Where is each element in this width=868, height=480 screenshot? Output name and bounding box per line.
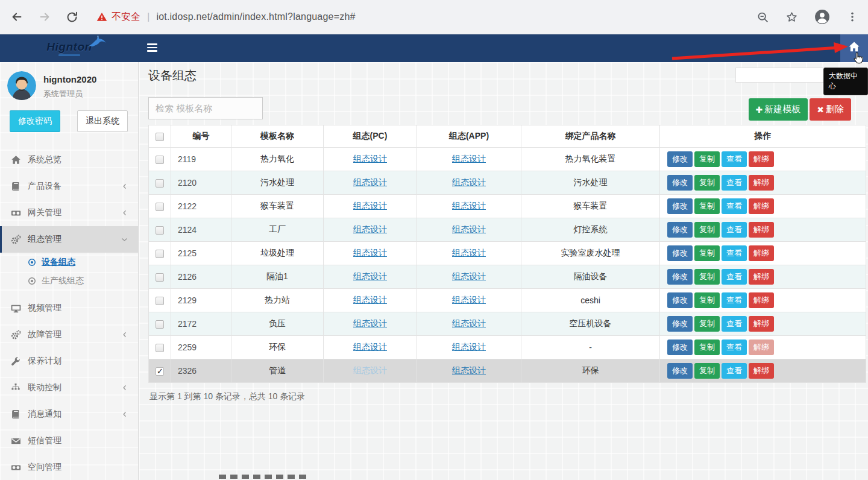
reload-icon[interactable]	[66, 11, 78, 24]
row-checkbox[interactable]	[156, 226, 164, 235]
row-action-1-button[interactable]: 复制	[694, 222, 720, 238]
row-action-0-button[interactable]: 修改	[667, 269, 693, 285]
row-checkbox[interactable]	[156, 367, 164, 376]
row-checkbox[interactable]	[156, 344, 164, 352]
app-config-link[interactable]: 组态设计	[452, 154, 486, 163]
app-config-link[interactable]: 组态设计	[452, 201, 486, 210]
row-action-3-button[interactable]: 解绑	[749, 245, 774, 261]
bigdata-home-button[interactable]	[840, 34, 868, 62]
row-action-2-button[interactable]: 查看	[722, 151, 747, 167]
pc-config-link[interactable]: 组态设计	[353, 201, 387, 210]
row-action-2-button[interactable]: 查看	[722, 198, 747, 214]
app-config-link[interactable]: 组态设计	[452, 248, 486, 257]
browser-profile-icon[interactable]	[814, 9, 830, 25]
sidebar-toggle-button[interactable]	[147, 43, 157, 52]
row-action-0-button[interactable]: 修改	[667, 222, 693, 238]
row-action-2-button[interactable]: 查看	[722, 292, 747, 308]
pc-config-link[interactable]: 组态设计	[353, 224, 387, 234]
sidebar-item[interactable]: 产品设备	[0, 173, 138, 200]
bookmark-star-icon[interactable]	[785, 11, 798, 24]
row-action-1-button[interactable]: 复制	[694, 292, 720, 308]
row-action-1-button[interactable]: 复制	[694, 269, 720, 285]
row-action-0-button[interactable]: 修改	[667, 292, 693, 308]
row-action-3-button[interactable]: 解绑	[749, 198, 774, 214]
sidebar-item[interactable]: 组态管理	[0, 226, 138, 253]
row-action-1-button[interactable]: 复制	[694, 339, 720, 355]
pc-config-link[interactable]: 组态设计	[353, 295, 387, 305]
delete-button[interactable]: ✖删除	[810, 98, 851, 121]
app-config-link[interactable]: 组态设计	[452, 271, 486, 281]
row-action-2-button[interactable]: 查看	[722, 363, 747, 379]
row-checkbox[interactable]	[156, 320, 164, 329]
row-action-3-button[interactable]: 解绑	[749, 363, 774, 379]
row-action-1-button[interactable]: 复制	[694, 316, 720, 332]
row-action-3-button[interactable]: 解绑	[749, 316, 774, 332]
row-action-2-button[interactable]: 查看	[722, 339, 747, 355]
row-action-0-button[interactable]: 修改	[667, 316, 693, 332]
sidebar-item[interactable]: 空间管理	[0, 454, 138, 480]
row-checkbox[interactable]	[156, 273, 164, 282]
row-action-0-button[interactable]: 修改	[667, 175, 693, 191]
row-action-3-button[interactable]: 解绑	[749, 222, 774, 238]
app-config-link[interactable]: 组态设计	[452, 365, 486, 375]
row-action-2-button[interactable]: 查看	[722, 269, 747, 285]
row-action-3-button[interactable]: 解绑	[749, 292, 774, 308]
address-bar[interactable]: 不安全 | iot.idosp.net/admin/index.html?lan…	[96, 11, 356, 24]
pc-config-link[interactable]: 组态设计	[353, 318, 387, 328]
row-action-1-button[interactable]: 复制	[694, 175, 720, 191]
security-warning[interactable]: 不安全	[96, 11, 140, 24]
forward-icon[interactable]	[38, 10, 51, 24]
change-password-button[interactable]: 修改密码	[10, 110, 60, 132]
row-checkbox[interactable]	[156, 156, 164, 164]
row-action-1-button[interactable]: 复制	[694, 198, 720, 214]
pc-config-link[interactable]: 组态设计	[353, 271, 387, 281]
browser-menu-icon[interactable]	[846, 11, 858, 23]
logout-button[interactable]: 退出系统	[77, 110, 128, 132]
app-config-link[interactable]: 组态设计	[452, 224, 486, 234]
logo[interactable]: Hignton	[0, 34, 139, 62]
row-action-3-button[interactable]: 解绑	[749, 175, 774, 191]
row-action-3-button[interactable]: 解绑	[749, 339, 774, 355]
zoom-out-icon[interactable]	[756, 11, 769, 24]
app-config-link[interactable]: 组态设计	[452, 342, 486, 352]
sidebar-subitem[interactable]: 设备组态	[0, 253, 138, 271]
row-action-0-button[interactable]: 修改	[667, 151, 693, 167]
sidebar-item[interactable]: 消息通知	[0, 401, 138, 428]
row-action-3-button[interactable]: 解绑	[749, 269, 774, 285]
row-action-0-button[interactable]: 修改	[667, 339, 693, 355]
pc-config-link[interactable]: 组态设计	[353, 248, 387, 257]
sidebar-item[interactable]: 视频管理	[0, 295, 138, 321]
app-config-link[interactable]: 组态设计	[452, 177, 486, 187]
pc-config-link[interactable]: 组态设计	[353, 342, 387, 352]
row-checkbox[interactable]	[156, 250, 164, 258]
app-config-link[interactable]: 组态设计	[452, 318, 486, 328]
sidebar-item[interactable]: 联动控制	[0, 374, 138, 401]
select-all-checkbox[interactable]	[156, 133, 164, 141]
sidebar-subitem[interactable]: 生产线组态	[0, 271, 138, 290]
row-action-1-button[interactable]: 复制	[694, 363, 720, 379]
back-icon[interactable]	[10, 10, 24, 24]
row-action-2-button[interactable]: 查看	[722, 245, 747, 261]
row-action-0-button[interactable]: 修改	[667, 245, 693, 261]
sidebar-item[interactable]: 短信管理	[0, 428, 138, 454]
sidebar-item[interactable]: 保养计划	[0, 348, 138, 374]
row-action-0-button[interactable]: 修改	[667, 198, 693, 214]
row-action-1-button[interactable]: 复制	[694, 151, 720, 167]
row-action-3-button[interactable]: 解绑	[749, 151, 774, 167]
row-checkbox[interactable]	[156, 203, 164, 211]
row-checkbox[interactable]	[156, 297, 164, 305]
row-action-2-button[interactable]: 查看	[722, 175, 747, 191]
row-action-2-button[interactable]: 查看	[722, 316, 747, 332]
sidebar-item[interactable]: 网关管理	[0, 200, 138, 226]
row-action-1-button[interactable]: 复制	[694, 245, 720, 261]
pc-config-link[interactable]: 组态设计	[353, 365, 387, 375]
row-action-2-button[interactable]: 查看	[722, 222, 747, 238]
template-search-input[interactable]	[148, 97, 263, 119]
pc-config-link[interactable]: 组态设计	[353, 177, 387, 187]
sidebar-item[interactable]: 故障管理	[0, 321, 138, 348]
row-action-0-button[interactable]: 修改	[667, 363, 693, 379]
sidebar-item[interactable]: 系统总览	[0, 147, 138, 173]
pc-config-link[interactable]: 组态设计	[353, 154, 387, 163]
create-template-button[interactable]: ✚新建模板	[749, 98, 808, 121]
row-checkbox[interactable]	[156, 179, 164, 188]
